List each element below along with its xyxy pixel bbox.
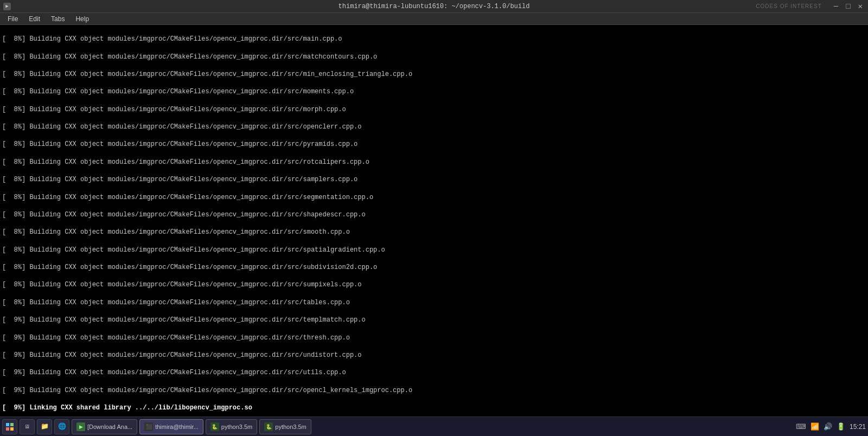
minimize-button[interactable]: ─ (832, 2, 840, 11)
taskbar-app-terminal-label: thimira@thimir... (155, 424, 199, 430)
terminal-line: [ 9%] Linking CXX shared library ../../l… (2, 403, 866, 412)
terminal-line: [ 8%] Building CXX object modules/imgpro… (2, 175, 866, 184)
taskbar-app-anaconda-label: [Download Ana... (87, 424, 132, 430)
taskbar-app-python1[interactable]: 🐍 python3.5m (206, 419, 257, 434)
terminal-line: [ 8%] Building CXX object modules/imgpro… (2, 35, 866, 43)
svg-rect-1 (10, 423, 14, 426)
terminal-line: [ 8%] Building CXX object modules/imgpro… (2, 70, 866, 79)
terminal-line: [ 8%] Building CXX object modules/imgpro… (2, 193, 866, 202)
battery-icon: 🔋 (837, 422, 845, 431)
terminal-line: [ 8%] Building CXX object modules/imgpro… (2, 263, 866, 272)
menu-tabs[interactable]: Tabs (46, 14, 70, 24)
terminal-line: [ 8%] Building CXX object modules/imgpro… (2, 158, 866, 166)
file-manager-button[interactable]: 📁 (37, 419, 52, 434)
terminal-line: [ 9%] Building CXX object modules/imgpro… (2, 334, 866, 342)
volume-icon: 🔊 (824, 422, 832, 431)
close-button[interactable]: ✕ (856, 2, 865, 11)
show-desktop-button[interactable]: 🖥 (20, 419, 35, 434)
terminal-line: [ 8%] Building CXX object modules/imgpro… (2, 210, 866, 219)
terminal-line: [ 8%] Building CXX object modules/imgpro… (2, 123, 866, 131)
terminal-icon: ▶ (3, 3, 11, 10)
terminal-line: [ 9%] Building CXX object modules/imgpro… (2, 351, 866, 360)
svg-rect-2 (6, 427, 9, 431)
taskbar: 🖥 📁 🌐 ▶ [Download Ana... ⬛ thimira@thimi… (0, 416, 868, 436)
menu-help[interactable]: Help (70, 14, 94, 24)
terminal-taskbar-icon: ⬛ (144, 422, 153, 431)
terminal-line: [ 9%] Building CXX object modules/imgpro… (2, 386, 866, 395)
titlebar-left: ▶ (3, 3, 11, 10)
python1-icon: 🐍 (210, 422, 219, 431)
window-controls: CODES OF INTEREST ─ □ ✕ (756, 2, 865, 11)
keyboard-icon: ⌨ (796, 422, 806, 431)
terminal-line: [ 8%] Building CXX object modules/imgpro… (2, 53, 866, 61)
terminal-output[interactable]: [ 8%] Building CXX object modules/imgpro… (0, 25, 868, 416)
anaconda-icon: ▶ (76, 422, 85, 431)
taskbar-app-anaconda[interactable]: ▶ [Download Ana... (72, 419, 137, 434)
terminal-line: [ 8%] Building CXX object modules/imgpro… (2, 105, 866, 114)
brand-label: CODES OF INTEREST (756, 3, 821, 9)
terminal-line: [ 8%] Building CXX object modules/imgpro… (2, 280, 866, 289)
svg-rect-0 (6, 423, 9, 426)
start-button[interactable] (2, 419, 17, 434)
titlebar: ▶ thimira@thimira-lubuntu1610: ~/opencv-… (0, 0, 868, 13)
terminal-line: [ 8%] Building CXX object modules/imgpro… (2, 87, 866, 96)
maximize-button[interactable]: □ (844, 2, 852, 11)
terminal-line: [ 8%] Building CXX object modules/imgpro… (2, 228, 866, 236)
menu-file[interactable]: File (2, 14, 23, 24)
taskbar-right: ⌨ 📶 🔊 🔋 15:21 (796, 422, 866, 431)
taskbar-left: 🖥 📁 🌐 ▶ [Download Ana... ⬛ thimira@thimi… (2, 419, 311, 434)
clock: 15:21 (850, 423, 866, 431)
menubar: File Edit Tabs Help (0, 13, 868, 25)
taskbar-app-python2-label: python3.5m (275, 424, 306, 430)
terminal-line: [ 9%] Building CXX object modules/imgpro… (2, 316, 866, 324)
terminal-line: [ 8%] Building CXX object modules/imgpro… (2, 140, 866, 149)
window-title: thimira@thimira-lubuntu1610: ~/opencv-3.… (339, 3, 530, 10)
taskbar-app-terminal[interactable]: ⬛ thimira@thimir... (139, 419, 203, 434)
menu-edit[interactable]: Edit (23, 14, 46, 24)
python2-icon: 🐍 (264, 422, 273, 431)
taskbar-app-python2[interactable]: 🐍 python3.5m (259, 419, 311, 434)
browser-button[interactable]: 🌐 (54, 419, 69, 434)
svg-rect-3 (10, 427, 14, 431)
taskbar-app-python1-label: python3.5m (221, 424, 252, 430)
network-icon: 📶 (810, 422, 819, 431)
terminal-line: [ 9%] Building CXX object modules/imgpro… (2, 368, 866, 377)
terminal-line: [ 8%] Building CXX object modules/imgpro… (2, 298, 866, 307)
terminal-line: [ 8%] Building CXX object modules/imgpro… (2, 246, 866, 254)
